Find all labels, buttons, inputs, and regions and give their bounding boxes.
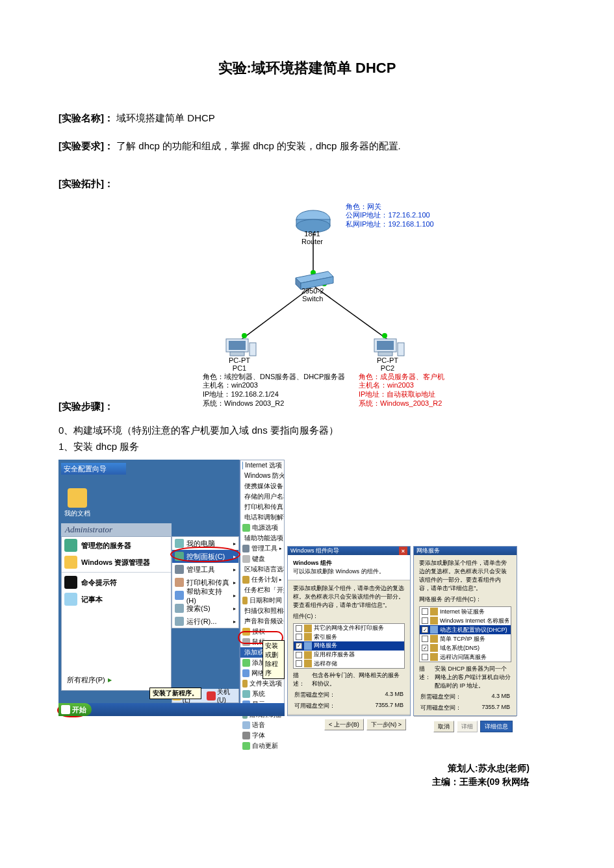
close-icon[interactable]: × [399, 547, 407, 555]
explorer-label: Windows 资源管理器 [81, 558, 150, 567]
control-panel-item[interactable]: 管理工具▸ [240, 543, 284, 554]
component-item[interactable]: ✓网络服务 [294, 641, 404, 651]
control-panel-item[interactable]: 系统 [240, 689, 284, 699]
checkbox[interactable] [422, 654, 428, 660]
start-menu-item[interactable]: 帮助和支持(H)▸ [172, 589, 238, 602]
cp-item-label: Windows 防火墙 [244, 471, 284, 480]
cp-item-icon [242, 555, 250, 563]
control-panel-item[interactable]: 键盘 [240, 554, 284, 564]
cp-item-icon [242, 462, 243, 469]
checkbox[interactable] [296, 652, 302, 658]
checkbox[interactable]: ✓ [296, 643, 302, 649]
component-item[interactable]: 远程存储 [294, 659, 404, 668]
manage-server-item[interactable]: 管理您的服务器 [62, 537, 171, 554]
start-button[interactable]: 开始 [58, 703, 92, 716]
wizard-list-label: 组件(C)： [293, 612, 405, 621]
control-panel-item[interactable]: 辅助功能选项 [240, 533, 284, 543]
checkbox[interactable] [296, 625, 302, 632]
component-item[interactable]: 远程访问隔离服务 [420, 652, 511, 662]
manage-server-icon [64, 539, 77, 552]
netserv-req-v: 4.3 MB [491, 693, 510, 701]
netserv-avail-v: 7355.7 MB [481, 704, 510, 712]
control-panel-item[interactable]: 电话和调制解调器选项 [240, 512, 284, 523]
component-item[interactable]: ✓动态主机配置协议(DHCP) [420, 625, 511, 634]
arrow-right-icon: ▶ [108, 677, 112, 683]
start-menu-item[interactable]: 运行(R)...▸ [172, 615, 238, 628]
shutdown-icon [207, 691, 216, 701]
component-item[interactable]: 简单 TCP/IP 服务 [420, 634, 511, 643]
menu-item-label: 我的电脑 [186, 539, 215, 549]
start-menu-item[interactable]: 控制面板(C)▸ [172, 550, 238, 563]
control-panel-item[interactable]: 语音 [240, 720, 284, 730]
component-item[interactable]: Internet 验证服务 [420, 607, 511, 616]
control-panel-item[interactable]: 便携媒体设备 [240, 481, 284, 491]
pc2-note: 角色：成员服务器、客户机 主机名：win2003 IP地址：自动获取ip地址 系… [359, 373, 444, 408]
exp-topo-label: [实验拓扑]： [58, 178, 114, 189]
checkbox[interactable] [422, 636, 428, 642]
component-item[interactable]: 其它的网络文件和打印服务 [294, 624, 404, 633]
my-documents-icon[interactable] [68, 488, 87, 508]
control-panel-item[interactable]: 扫描仪和照相机 [240, 606, 284, 616]
arrow-right-icon: ▸ [233, 593, 236, 599]
control-panel-item[interactable]: 任务计划▸ [240, 575, 284, 585]
cp-item-label: 存储的用户名和密码 [244, 492, 284, 501]
start-menu-item[interactable]: 我的电脑▸ [172, 537, 238, 550]
cmd-item[interactable]: 命令提示符 [62, 574, 171, 591]
checkbox[interactable]: ✓ [422, 626, 428, 633]
checkbox[interactable] [296, 660, 302, 667]
component-icon [304, 642, 312, 650]
all-programs-button[interactable]: 所有程序(P) ▶ [67, 673, 112, 686]
component-item[interactable]: 应用程序服务器 [294, 651, 404, 660]
control-panel-item[interactable]: 声音和音频设备 [240, 616, 284, 626]
component-item[interactable]: 索引服务 [294, 633, 404, 642]
shutdown-button[interactable]: 关机(U) [207, 688, 238, 704]
cp-item-icon [242, 576, 249, 584]
component-label: 其它的网络文件和打印服务 [314, 624, 384, 632]
start-menu-item[interactable]: 管理工具▸ [172, 563, 238, 576]
cp-item-label: 任务栏和「开始」菜单 [244, 586, 284, 595]
control-panel-item[interactable]: Internet 选项 [240, 460, 284, 471]
component-icon [304, 651, 312, 659]
control-panel-item[interactable]: 字体 [240, 730, 284, 741]
cp-item-label: 字体 [252, 731, 265, 740]
control-panel-item[interactable]: 电源选项 [240, 523, 284, 533]
cp-item-icon [242, 597, 248, 604]
network-services-dialog: 网络服务 要添加或删除某个组件，请单击旁边的复选框。灰色框表示只会安装该组件的一… [413, 546, 517, 716]
next-button[interactable]: 下一步(N) > [366, 719, 406, 730]
control-panel-item[interactable]: 文件夹选项 [240, 678, 284, 689]
req-space-label: 所需磁盘空间： [294, 691, 335, 699]
control-panel-item[interactable]: 授权 [240, 626, 284, 637]
component-item[interactable]: ✓域名系统(DNS) [420, 643, 511, 652]
cp-item-icon [242, 545, 249, 552]
cp-item-label: 区域和语言选项 [244, 565, 284, 574]
cp-item-label: 管理工具 [251, 544, 277, 553]
step-1: 1、安装 dhcp 服务 [58, 441, 556, 453]
control-panel-item[interactable]: 区域和语言选项 [240, 564, 284, 575]
cp-item-label: 授权 [252, 627, 265, 636]
back-button[interactable]: < 上一步(B) [324, 719, 364, 730]
details-button[interactable]: 详细信息 [480, 721, 513, 732]
components-list[interactable]: 其它的网络文件和打印服务索引服务✓网络服务应用程序服务器远程存储 [293, 623, 405, 669]
checkbox[interactable]: ✓ [422, 645, 428, 651]
control-panel-item[interactable]: 存储的用户名和密码 [240, 491, 284, 502]
control-panel-item[interactable]: Windows 防火墙 [240, 471, 284, 481]
notepad-item[interactable]: 记事本 [62, 591, 171, 608]
control-panel-item[interactable]: 自动更新 [240, 741, 284, 751]
explorer-item[interactable]: Windows 资源管理器 [62, 554, 171, 571]
start-menu-left: 管理您的服务器 Windows 资源管理器 命令提示符 记事本 所有程序(P) … [61, 536, 172, 691]
component-item[interactable]: Windows Internet 名称服务 (WINS) [420, 616, 511, 625]
netserv-list[interactable]: Internet 验证服务Windows Internet 名称服务 (WINS… [419, 606, 511, 662]
checkbox[interactable] [422, 617, 428, 624]
cancel-button[interactable]: 取消 [433, 721, 454, 732]
checkbox[interactable] [422, 608, 428, 615]
cp-item-icon [242, 732, 250, 739]
cp-item-label: 系统 [252, 689, 265, 699]
checkbox[interactable] [296, 634, 302, 640]
control-panel-item[interactable]: 打印机和传真 [240, 502, 284, 512]
switch-label: 2950-2 Switch [301, 287, 324, 303]
security-wizard-title: 安全配置向导 [61, 463, 126, 475]
control-panel-item[interactable]: 日期和时间 [240, 595, 284, 606]
control-panel-item[interactable]: 任务栏和「开始」菜单 [240, 585, 284, 595]
exp-name-text: 域环境搭建简单 DHCP [116, 112, 215, 123]
cp-item-icon [242, 669, 249, 677]
